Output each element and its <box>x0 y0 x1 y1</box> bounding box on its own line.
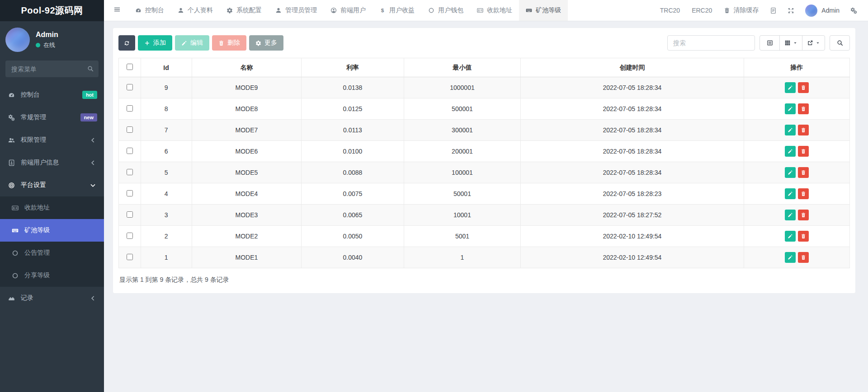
sidebar-item-receive-address[interactable]: 收款地址 <box>0 196 104 219</box>
cell-actions <box>744 141 850 162</box>
row-delete-button[interactable] <box>798 210 809 220</box>
pencil-icon <box>788 233 793 239</box>
trash-icon <box>801 127 806 133</box>
row-checkbox[interactable] <box>127 126 133 133</box>
row-edit-button[interactable] <box>785 188 796 199</box>
document-button[interactable] <box>764 0 782 21</box>
row-checkbox[interactable] <box>127 190 133 196</box>
bullseye-icon <box>7 182 16 189</box>
row-delete-button[interactable] <box>798 82 809 93</box>
sidebar-search-input[interactable] <box>5 61 99 77</box>
row-delete-button[interactable] <box>798 103 809 114</box>
select-all-checkbox[interactable] <box>127 64 133 70</box>
topnav-item-front-users[interactable]: 前端用户 <box>324 0 373 21</box>
row-select-cell <box>119 77 141 98</box>
chart-area-icon <box>7 295 16 302</box>
user-icon <box>275 7 282 14</box>
row-edit-button[interactable] <box>785 103 796 114</box>
fullscreen-button[interactable] <box>782 0 800 21</box>
sidebar-item-dashboard[interactable]: 控制台hot <box>0 84 104 106</box>
sidebar-item-label: 前端用户信息 <box>21 159 59 167</box>
topnav-item-dashboard[interactable]: 控制台 <box>128 0 171 21</box>
trash-icon <box>801 191 806 196</box>
menu-toggle-button[interactable] <box>104 0 128 21</box>
more-button[interactable]: 更多 <box>249 35 283 51</box>
row-edit-button[interactable] <box>785 210 796 220</box>
settings-button[interactable] <box>845 0 863 21</box>
clear-cache-button[interactable]: 清除缓存 <box>718 0 764 21</box>
sidebar-item-share-level[interactable]: 分享等级 <box>0 264 104 287</box>
row-edit-button[interactable] <box>785 167 796 178</box>
topnav-item-pool-level[interactable]: 矿池等级 <box>519 0 568 21</box>
columns-button[interactable] <box>779 35 802 51</box>
row-edit-button[interactable] <box>785 231 796 242</box>
topnav-item-system-config[interactable]: 系统配置 <box>220 0 269 21</box>
row-checkbox[interactable] <box>127 105 133 112</box>
chevron-left-icon <box>88 295 97 302</box>
sidebar-item-general-manage[interactable]: 常规管理new <box>0 106 104 129</box>
row-checkbox[interactable] <box>127 233 133 239</box>
row-checkbox[interactable] <box>127 254 133 260</box>
pencil-icon <box>788 170 793 175</box>
row-delete-button[interactable] <box>798 125 809 135</box>
row-edit-button[interactable] <box>785 146 796 157</box>
cell-min: 500001 <box>404 98 521 120</box>
refresh-button[interactable] <box>118 35 135 51</box>
sidebar-item-permission-manage[interactable]: 权限管理 <box>0 129 104 151</box>
add-button[interactable]: 添加 <box>138 35 172 51</box>
sidebar-item-pool-level[interactable]: 矿池等级 <box>0 219 104 242</box>
cell-actions <box>744 247 850 268</box>
cell-min: 50001 <box>404 183 521 205</box>
topnav-item-admin-manage[interactable]: 管理员管理 <box>269 0 324 21</box>
edit-button[interactable]: 编辑 <box>175 35 209 51</box>
row-checkbox[interactable] <box>127 148 133 154</box>
row-delete-button[interactable] <box>798 231 809 242</box>
row-edit-button[interactable] <box>785 82 796 93</box>
user-menu[interactable]: Admin <box>800 0 845 21</box>
cell-name: MODE8 <box>192 98 302 120</box>
sidebar-item-platform-settings[interactable]: 平台设置 <box>0 174 104 196</box>
more-button-label: 更多 <box>264 39 277 47</box>
row-edit-button[interactable] <box>785 125 796 135</box>
user-status: 在线 <box>36 41 58 49</box>
dollar-icon: $ <box>379 7 386 14</box>
trash-icon <box>724 7 730 14</box>
topnav-item-user-earnings[interactable]: $用户收益 <box>373 0 421 21</box>
row-delete-button[interactable] <box>798 252 809 263</box>
trash-icon <box>801 255 806 260</box>
badge-hot: hot <box>82 91 97 99</box>
row-checkbox[interactable] <box>127 169 133 175</box>
document-icon <box>770 7 777 14</box>
sidebar-item-label: 常规管理 <box>21 113 46 121</box>
chevron-left-icon <box>88 137 97 144</box>
topnav-item-label: 个人资料 <box>188 6 213 14</box>
row-delete-button[interactable] <box>798 167 809 178</box>
cell-actions <box>744 226 850 247</box>
toggle-view-button[interactable] <box>760 35 780 51</box>
select-all-cell <box>119 58 141 77</box>
cell-rate: 0.0088 <box>302 162 404 183</box>
cell-name: MODE7 <box>192 120 302 141</box>
topnav-item-receive-address[interactable]: 收款地址 <box>470 0 519 21</box>
sidebar-item-records[interactable]: 记录 <box>0 287 104 309</box>
cell-id: 4 <box>141 183 192 205</box>
topnav-item-profile[interactable]: 个人资料 <box>171 0 220 21</box>
sidebar-item-announcement-manage[interactable]: 公告管理 <box>0 242 104 264</box>
trc20-link[interactable]: TRC20 <box>654 0 686 21</box>
delete-button[interactable]: 删除 <box>212 35 246 51</box>
row-edit-button[interactable] <box>785 252 796 263</box>
sidebar-item-front-user-info[interactable]: 前端用户信息 <box>0 151 104 174</box>
row-checkbox[interactable] <box>127 84 133 90</box>
row-checkbox[interactable] <box>127 211 133 218</box>
cell-min: 1 <box>404 247 521 268</box>
row-delete-button[interactable] <box>798 188 809 199</box>
table-search-input[interactable] <box>667 35 755 51</box>
topnav-item-user-wallet[interactable]: 用户钱包 <box>421 0 470 21</box>
cell-rate: 0.0113 <box>302 120 404 141</box>
erc20-link[interactable]: ERC20 <box>686 0 718 21</box>
pencil-icon <box>788 149 793 154</box>
search-button[interactable] <box>830 35 850 51</box>
row-delete-button[interactable] <box>798 146 809 157</box>
export-button[interactable] <box>802 35 825 51</box>
user-panel: Admin 在线 <box>0 21 104 56</box>
